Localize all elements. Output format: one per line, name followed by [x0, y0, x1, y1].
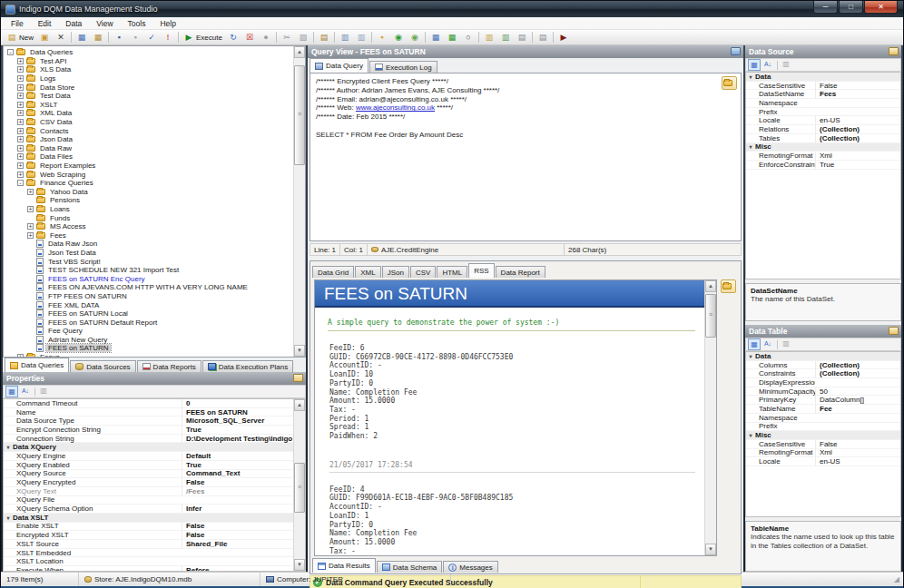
expand-icon[interactable]: +: [17, 172, 24, 178]
collapse-arrow-icon[interactable]: ▾: [4, 514, 13, 521]
tab-messages[interactable]: iMessages: [443, 561, 497, 573]
property-category[interactable]: ▾Data XQuery: [4, 443, 305, 452]
categorize-button[interactable]: ▦: [748, 338, 761, 350]
tree-item[interactable]: +Json Data: [4, 135, 293, 144]
new-button[interactable]: ▤New: [4, 31, 36, 44]
property-value[interactable]: True: [182, 461, 305, 469]
property-value[interactable]: False: [182, 522, 305, 530]
property-row[interactable]: CaseSensitiveFalse: [746, 440, 900, 449]
property-row[interactable]: XSLT Location: [4, 557, 305, 566]
scroll-up-icon[interactable]: ▲: [705, 280, 716, 292]
collapse-arrow-icon[interactable]: ▾: [746, 353, 755, 359]
open-button[interactable]: ▣: [36, 31, 53, 44]
tree-item[interactable]: +Fees: [4, 230, 293, 240]
open-result-button[interactable]: [721, 279, 736, 293]
sort-alpha-button[interactable]: A↓: [762, 338, 774, 350]
important-button[interactable]: !: [160, 31, 176, 44]
categorize-button[interactable]: ▦: [5, 386, 18, 397]
tree-item[interactable]: Adrian New Query: [4, 336, 293, 345]
tree-item[interactable]: Test VBS Script!: [4, 257, 293, 266]
scroll-thumb[interactable]: [294, 65, 305, 165]
collapse-arrow-icon[interactable]: ▾: [746, 143, 755, 150]
property-value[interactable]: en-US: [815, 116, 900, 124]
execute-button[interactable]: ▶Execute: [181, 31, 225, 44]
delete-button[interactable]: ✕: [53, 31, 69, 44]
web-link[interactable]: www.ajeconsulting.co.uk: [356, 103, 435, 112]
expand-icon[interactable]: +: [27, 232, 34, 239]
format-button[interactable]: ▨: [295, 31, 311, 44]
property-value[interactable]: Fees: [815, 90, 900, 98]
tree-item[interactable]: +Data Store: [4, 83, 293, 92]
scroll-down-icon[interactable]: ▼: [294, 345, 305, 357]
menu-edit[interactable]: Edit: [31, 17, 59, 30]
expand-icon[interactable]: +: [17, 162, 24, 169]
property-value[interactable]: Default: [182, 452, 305, 460]
menu-tools[interactable]: Tools: [121, 17, 153, 30]
property-category[interactable]: ▾Data XSLT: [4, 514, 305, 523]
property-row[interactable]: EnforceConstraintsTrue: [746, 161, 900, 170]
property-value[interactable]: Infer: [182, 505, 305, 513]
property-value[interactable]: Xml: [815, 152, 900, 160]
property-value[interactable]: True: [815, 161, 900, 169]
property-value[interactable]: (Collection): [815, 134, 900, 142]
expand-icon[interactable]: +: [17, 102, 24, 108]
tree-item[interactable]: FEES on SATURN Local: [4, 309, 293, 318]
property-value[interactable]: (Collection): [815, 125, 900, 133]
expand-icon[interactable]: +: [17, 75, 24, 82]
categorize-button[interactable]: ▦: [748, 59, 761, 71]
property-row[interactable]: Prefix: [746, 108, 900, 117]
tree-item[interactable]: +Focus: [4, 353, 293, 357]
tab-data-results[interactable]: Data Results: [312, 558, 376, 573]
property-row[interactable]: Localeen-US: [746, 116, 900, 125]
tree-item[interactable]: TEST SCHEDULE NEW 321 Import Test: [4, 266, 293, 275]
menu-help[interactable]: Help: [152, 17, 182, 30]
property-category[interactable]: ▾Misc: [746, 143, 900, 152]
rss-scrollbar[interactable]: ▲ ▼: [704, 280, 716, 555]
property-value[interactable]: Before: [182, 566, 305, 572]
property-value[interactable]: (Collection): [815, 369, 900, 377]
cut-button[interactable]: ✂: [279, 31, 295, 44]
property-row[interactable]: Enable XSLTFalse: [4, 523, 305, 532]
tab-data-query[interactable]: Data Query: [310, 58, 368, 73]
collapse-icon[interactable]: -: [17, 180, 24, 186]
tree-item[interactable]: Json Test Data: [4, 249, 293, 258]
expand-icon[interactable]: +: [17, 145, 24, 152]
report-button[interactable]: ▤: [535, 31, 551, 44]
tools-button[interactable]: ▤: [316, 31, 332, 44]
property-row[interactable]: XQuery SourceCommand_Text: [4, 470, 305, 479]
tab-json[interactable]: JSon: [382, 266, 409, 278]
tree-item[interactable]: +Logs: [4, 74, 293, 83]
property-row[interactable]: Relations(Collection): [746, 125, 900, 134]
save-as-button[interactable]: ▪: [127, 31, 143, 44]
property-row[interactable]: Namespace: [746, 99, 900, 108]
export-button[interactable]: ◉: [390, 31, 407, 44]
tree-item[interactable]: FEES on SATURN Enc Query: [4, 274, 293, 283]
property-row[interactable]: XQuery EngineDefault: [4, 452, 305, 461]
property-row[interactable]: Tables(Collection): [746, 134, 900, 143]
tree-item[interactable]: +XML Data: [4, 109, 293, 118]
property-value[interactable]: 50: [815, 387, 900, 396]
property-row[interactable]: DisplayExpression: [746, 378, 900, 387]
property-row[interactable]: XSLT SourceShared_File: [4, 540, 305, 549]
tree-item[interactable]: +Web Scraping: [4, 170, 293, 179]
title-bar[interactable]: Indigo DQM Data Management Studio ─ □ ✕: [1, 1, 903, 17]
property-value[interactable]: 0: [182, 399, 305, 407]
property-value[interactable]: False: [815, 440, 900, 448]
collapse-arrow-icon[interactable]: ▾: [4, 444, 13, 450]
tree-item[interactable]: +Test Data: [4, 92, 293, 101]
rss-view[interactable]: FEES on SATURNA simple query to demonstr…: [315, 280, 704, 555]
print-preview-button[interactable]: ▥: [353, 31, 369, 44]
export-image-button[interactable]: ◉: [407, 31, 423, 44]
copy-button[interactable]: ▦: [74, 31, 90, 44]
search-button[interactable]: ○: [460, 31, 477, 44]
exit-button[interactable]: ▶: [555, 31, 572, 44]
tree-item[interactable]: +Report Examples: [4, 162, 293, 171]
tab-data-report[interactable]: Data Report: [496, 266, 545, 278]
property-value[interactable]: False: [182, 531, 305, 539]
window-icon[interactable]: [731, 47, 741, 55]
tab-data-execution-plans[interactable]: Data Execution Plans: [202, 360, 294, 372]
expand-icon[interactable]: +: [17, 128, 24, 134]
tree-item[interactable]: FEE XML DATA: [4, 300, 293, 309]
property-row[interactable]: Namespace: [746, 414, 900, 423]
tree-item[interactable]: +XSLT: [4, 101, 293, 110]
